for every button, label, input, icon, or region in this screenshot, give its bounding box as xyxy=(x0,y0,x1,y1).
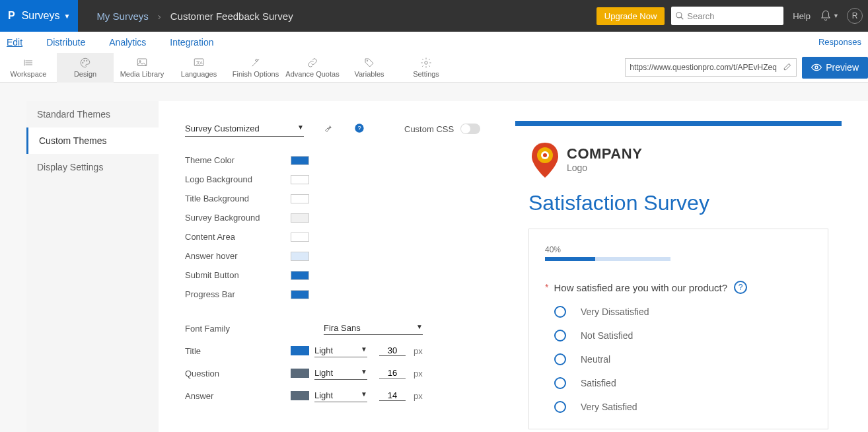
notifications-button[interactable]: ▼ xyxy=(820,10,839,22)
theme-select[interactable]: Survey Customized ▼ xyxy=(185,121,304,137)
font-color-swatch[interactable] xyxy=(291,346,309,355)
tab-edit[interactable]: Edit xyxy=(7,37,22,48)
svg-text:?: ? xyxy=(357,125,361,131)
image-icon xyxy=(135,57,149,69)
preview-accent-bar xyxy=(515,121,842,126)
avatar[interactable]: R xyxy=(847,8,863,24)
font-weight-select[interactable]: Light▼ xyxy=(314,344,367,357)
answer-option[interactable]: Very Dissatisfied xyxy=(554,306,812,318)
font-size-input[interactable] xyxy=(379,345,406,356)
progress-label: 40% xyxy=(545,245,812,254)
color-label: Answer hover xyxy=(185,251,291,261)
tab-integration[interactable]: Integration xyxy=(170,37,213,48)
answer-option[interactable]: Not Satisfied xyxy=(554,330,812,342)
search-input[interactable]: Search xyxy=(671,7,783,25)
chevron-down-icon: ▼ xyxy=(361,390,367,400)
color-swatch[interactable] xyxy=(291,156,309,165)
color-swatch[interactable] xyxy=(291,271,309,280)
tool-workspace[interactable]: Workspace xyxy=(0,53,57,83)
svg-point-10 xyxy=(139,61,141,62)
company-name: COMPANY xyxy=(567,145,642,162)
color-swatch[interactable] xyxy=(291,290,309,299)
answer-option[interactable]: Satisfied xyxy=(554,377,812,389)
color-label: Submit Button xyxy=(185,270,291,280)
sidebar-item-standard-themes[interactable]: Standard Themes xyxy=(26,101,159,127)
sidebar: Standard Themes Custom Themes Display Se… xyxy=(26,101,159,432)
radio-icon[interactable] xyxy=(554,353,566,365)
color-swatch[interactable] xyxy=(291,233,309,242)
tool-settings[interactable]: Settings xyxy=(398,53,454,83)
unit-label: px xyxy=(414,346,423,356)
main-area: Standard Themes Custom Themes Display Se… xyxy=(0,83,868,432)
tool-languages[interactable]: 文A Languages xyxy=(170,53,227,83)
answer-option[interactable]: Neutral xyxy=(554,353,812,365)
wrench-icon[interactable] xyxy=(324,123,334,135)
sidebar-item-display-settings[interactable]: Display Settings xyxy=(26,154,159,180)
sidebar-item-custom-themes[interactable]: Custom Themes xyxy=(26,127,159,154)
font-color-swatch[interactable] xyxy=(291,369,309,378)
custom-css-toggle[interactable] xyxy=(460,124,480,134)
help-icon[interactable]: ? xyxy=(354,123,365,135)
responses-link[interactable]: Responses xyxy=(818,37,861,47)
chevron-down-icon: ▼ xyxy=(63,13,70,20)
link-icon xyxy=(305,57,320,69)
breadcrumb-root[interactable]: My Surveys xyxy=(96,11,148,22)
color-label: Logo Background xyxy=(185,174,291,184)
svg-point-14 xyxy=(367,60,368,61)
svg-point-7 xyxy=(84,60,85,61)
tool-advance-quotas[interactable]: Advance Quotas xyxy=(284,53,341,83)
company-logo: COMPANY Logo xyxy=(515,126,842,186)
toolbar: Workspace Design Media Library 文A Langua… xyxy=(0,53,868,83)
font-family-select[interactable]: Fira Sans ▼ xyxy=(324,322,423,335)
svg-line-1 xyxy=(681,17,684,20)
tool-variables[interactable]: Variables xyxy=(341,53,398,83)
bell-icon xyxy=(820,10,832,22)
font-weight-select[interactable]: Light▼ xyxy=(314,389,367,402)
chevron-down-icon: ▼ xyxy=(361,368,367,378)
eye-icon xyxy=(811,62,822,73)
survey-url-text: https://www.questionpro.com/t/APEvHZeq xyxy=(630,63,777,72)
color-swatch[interactable] xyxy=(291,175,309,184)
radio-icon[interactable] xyxy=(554,401,566,413)
font-row-label: Question xyxy=(185,369,291,378)
brand-menu[interactable]: P Surveys ▼ xyxy=(0,0,78,32)
preview-button[interactable]: Preview xyxy=(802,57,868,79)
help-link[interactable]: Help xyxy=(793,11,811,21)
question-text: How satisfied are you with our product? xyxy=(554,282,727,293)
logo-mark-icon xyxy=(528,139,561,179)
theme-controls: Survey Customized ▼ ? Custom CSS Theme C… xyxy=(185,121,502,412)
tag-icon xyxy=(362,57,377,69)
font-size-input[interactable] xyxy=(379,368,406,378)
custom-css-toggle-label: Custom CSS xyxy=(404,124,480,134)
radio-icon[interactable] xyxy=(554,330,566,342)
color-swatch[interactable] xyxy=(291,194,309,203)
survey-url-field[interactable]: https://www.questionpro.com/t/APEvHZeq xyxy=(625,58,797,77)
svg-text:文A: 文A xyxy=(196,60,203,65)
font-row-label: Answer xyxy=(185,391,291,401)
question-help-icon[interactable]: ? xyxy=(734,281,747,294)
tab-analytics[interactable]: Analytics xyxy=(109,37,146,48)
font-size-input[interactable] xyxy=(379,390,406,401)
radio-icon[interactable] xyxy=(554,306,566,318)
font-row-label: Title xyxy=(185,346,291,356)
survey-title: Satisfaction Survey xyxy=(515,186,842,229)
color-swatch[interactable] xyxy=(291,213,309,223)
chevron-down-icon: ▼ xyxy=(416,323,423,333)
radio-icon[interactable] xyxy=(554,377,566,389)
svg-point-15 xyxy=(425,61,428,65)
tool-design[interactable]: Design xyxy=(57,53,114,83)
color-swatch[interactable] xyxy=(291,252,309,261)
font-family-label: Font Family xyxy=(185,324,291,334)
tool-finish-options[interactable]: Finish Options xyxy=(227,53,284,83)
pencil-icon[interactable] xyxy=(783,62,792,73)
chevron-down-icon: ▼ xyxy=(361,345,367,355)
font-color-swatch[interactable] xyxy=(291,391,309,400)
font-weight-select[interactable]: Light▼ xyxy=(314,367,367,380)
tool-media-library[interactable]: Media Library xyxy=(114,53,170,83)
upgrade-button[interactable]: Upgrade Now xyxy=(597,7,665,25)
svg-point-0 xyxy=(676,13,682,18)
color-label: Content Area xyxy=(185,232,291,242)
answer-option[interactable]: Very Satisfied xyxy=(554,401,812,413)
unit-label: px xyxy=(414,391,423,401)
tab-distribute[interactable]: Distribute xyxy=(46,37,85,48)
